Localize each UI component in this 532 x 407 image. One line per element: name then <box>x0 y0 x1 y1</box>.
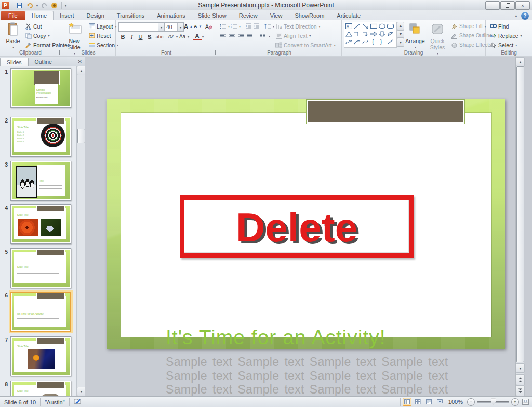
slide-brown-banner[interactable] <box>307 100 464 124</box>
slide-thumbnail-3[interactable]: Title <box>10 161 71 201</box>
shape-triangle-icon[interactable] <box>344 30 353 38</box>
convert-to-smartart-button[interactable]: Convert to SmartArt ▾ <box>275 40 336 49</box>
restore-button[interactable] <box>500 1 515 10</box>
shape-rounded-rectangle-icon[interactable] <box>386 22 394 30</box>
gallery-more-icon[interactable]: ▾ <box>397 38 404 47</box>
slides-panel-scrollbar[interactable]: ▲ ▼ <box>76 66 85 396</box>
shape-arc-icon[interactable] <box>353 38 361 46</box>
tab-outline[interactable]: Outline <box>29 58 58 66</box>
new-slide-button[interactable]: New Slide ▾ <box>63 21 85 53</box>
font-size-combo[interactable]: 40 ▾ <box>164 22 184 32</box>
text-direction-button[interactable]: A Text Direction ▾ <box>275 22 321 31</box>
slide-thumbnail-8[interactable]: Slide Title <box>10 381 71 396</box>
increase-indent-icon[interactable] <box>253 23 260 30</box>
shape-down-arrow-icon[interactable] <box>378 30 386 38</box>
italic-button[interactable]: I <box>127 32 136 41</box>
paragraph-dialog-launcher[interactable] <box>336 50 340 55</box>
clipboard-dialog-launcher[interactable] <box>55 50 60 55</box>
slide-thumbnail-7[interactable]: Slide Title <box>10 336 71 376</box>
font-name-combo[interactable]: ▾ <box>118 22 165 32</box>
tab-review[interactable]: Review <box>233 11 264 20</box>
shape-line2-icon[interactable] <box>386 38 394 46</box>
slide-thumbnail-2[interactable]: Slide Title Bullet 1 Bullet 2 Bullet 3 B… <box>10 117 71 157</box>
tab-file[interactable]: File <box>1 11 25 20</box>
zoom-level[interactable]: 100% <box>446 399 465 405</box>
font-dialog-launcher[interactable] <box>211 50 216 55</box>
scroll-down-icon[interactable]: ▼ <box>516 363 525 373</box>
grow-font-button[interactable]: A▲ <box>184 22 192 31</box>
slide-thumbnail-1[interactable]: Sample Presentation Presenter name <box>10 68 71 108</box>
tab-insert[interactable]: Insert <box>54 11 81 20</box>
shape-text-box-icon[interactable]: A <box>344 22 353 30</box>
strikethrough-button[interactable]: abc <box>154 32 165 41</box>
slide-thumbnail-5[interactable]: Slide Title <box>10 248 71 288</box>
quick-styles-button[interactable]: Quick Styles ▾ <box>426 21 449 53</box>
gallery-down-icon[interactable]: ▼ <box>397 30 404 38</box>
shape-rectangle-icon[interactable] <box>369 22 378 30</box>
justify-icon[interactable] <box>246 33 253 39</box>
theme-name[interactable]: "Austin" <box>41 399 69 405</box>
font-color-button[interactable]: A <box>193 33 202 40</box>
align-text-button[interactable]: Align Text ▾ <box>275 31 311 40</box>
tab-view[interactable]: View <box>264 11 289 20</box>
minimize-button[interactable]: — <box>485 1 500 10</box>
shrink-font-button[interactable]: A▼ <box>194 22 202 31</box>
shape-oval-icon[interactable] <box>378 22 386 30</box>
underline-button[interactable]: U <box>136 32 145 41</box>
copy-button[interactable]: Copy ▾ <box>25 31 50 40</box>
drawing-dialog-launcher[interactable] <box>480 50 484 55</box>
close-panel-icon[interactable]: ✕ <box>78 59 82 64</box>
character-spacing-button[interactable]: AV <box>165 32 176 41</box>
slide-thumbnail-6-selected[interactable]: It's Time for an Activity! <box>10 292 71 332</box>
replace-button[interactable]: ab Replace ▾ <box>490 31 522 40</box>
zoom-slider-thumb[interactable] <box>491 399 496 405</box>
gallery-up-icon[interactable]: ▲ <box>397 22 404 30</box>
reset-button[interactable]: Reset <box>88 31 111 40</box>
tab-design[interactable]: Design <box>81 11 111 20</box>
previous-slide-button[interactable] <box>516 374 525 385</box>
text-shadow-button[interactable]: S <box>145 32 154 41</box>
shape-left-brace-icon[interactable]: { <box>369 38 378 46</box>
slide-indicator[interactable]: Slide 6 of 10 <box>0 399 40 405</box>
zoom-out-button[interactable]: − <box>467 398 475 406</box>
shapes-gallery[interactable]: A { } <box>344 22 397 48</box>
shape-arrow-icon[interactable] <box>361 22 369 30</box>
zoom-slider[interactable] <box>477 401 509 403</box>
section-button[interactable]: Section ▾ <box>88 40 118 49</box>
slide-sorter-view-button[interactable] <box>414 398 422 406</box>
layout-button[interactable]: Layout ▾ <box>88 22 117 31</box>
align-left-icon[interactable] <box>220 33 227 39</box>
scrollbar-thumb[interactable] <box>516 66 524 362</box>
change-case-button[interactable]: Aa <box>178 32 187 41</box>
fit-to-window-button[interactable] <box>521 398 530 406</box>
slide-body-text[interactable]: Sample text Sample text Sample text Samp… <box>166 355 448 397</box>
shape-right-brace-icon[interactable]: } <box>378 38 386 46</box>
scrollbar-thumb[interactable] <box>77 129 85 143</box>
slide-show-view-button[interactable] <box>435 398 444 406</box>
spellcheck-icon[interactable] <box>70 398 86 406</box>
close-button[interactable]: × <box>515 1 530 10</box>
tab-articulate[interactable]: Articulate <box>330 11 367 20</box>
select-button[interactable]: Select ▾ <box>490 40 517 49</box>
next-slide-button[interactable] <box>516 385 525 396</box>
shape-fill-button[interactable]: Shape Fill ▾ <box>451 22 486 31</box>
tab-transitions[interactable]: Transitions <box>111 11 151 20</box>
arrange-button[interactable]: Arrange ▾ <box>405 21 425 53</box>
shape-chord-icon[interactable] <box>386 30 394 38</box>
slide-title-text[interactable]: It's Time for an Activity! <box>166 326 386 349</box>
slide-thumbnail-4[interactable]: Slide Title <box>10 204 71 244</box>
tab-slides-thumbnails[interactable]: Slides <box>0 58 29 66</box>
main-scrollbar[interactable]: ▲ ▼ <box>515 57 524 396</box>
normal-view-button[interactable] <box>403 398 411 406</box>
tab-showroom[interactable]: ShowRoom <box>288 11 330 20</box>
help-icon[interactable]: ? <box>521 12 529 20</box>
tab-slide-show[interactable]: Slide Show <box>192 11 233 20</box>
cut-button[interactable]: Cut <box>25 22 42 31</box>
align-right-icon[interactable] <box>237 33 244 39</box>
reading-view-button[interactable] <box>424 398 433 406</box>
decrease-indent-icon[interactable] <box>245 23 252 30</box>
shape-right-arrow-icon[interactable] <box>369 30 378 38</box>
bullets-icon[interactable] <box>220 23 227 30</box>
scroll-up-icon[interactable]: ▲ <box>516 57 525 66</box>
numbering-icon[interactable]: 12 <box>231 23 237 30</box>
